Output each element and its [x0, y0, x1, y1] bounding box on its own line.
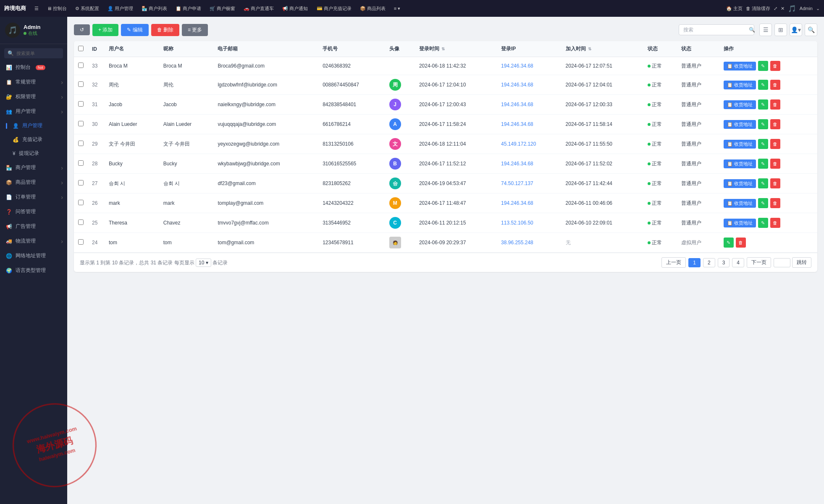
sidebar-item-logistics[interactable]: 🚚 物流管理 — [0, 234, 67, 248]
row-checkbox[interactable] — [78, 160, 84, 166]
sidebar-item-users[interactable]: 👤 用户管理 — [0, 119, 67, 133]
ip-link[interactable]: 194.246.34.68 — [501, 161, 533, 167]
delete-row-button[interactable]: 🗑 — [770, 99, 780, 110]
column-settings-button[interactable]: 👤▾ — [790, 24, 802, 36]
nav-merchant-notice[interactable]: 📢 商户通知 — [279, 0, 311, 17]
ip-link[interactable]: 194.246.34.68 — [501, 63, 533, 69]
sidebar-item-user-mgmt[interactable]: 👥 用户管理 — [0, 104, 67, 119]
nav-dashboard[interactable]: 🖥 控制台 — [44, 0, 70, 17]
header-checkbox[interactable] — [74, 41, 88, 57]
addr-button[interactable]: 📋 收货地址 — [724, 100, 756, 109]
row-login-ip[interactable]: 113.52.106.50 — [497, 213, 562, 233]
header-join-time[interactable]: 加入时间 ⇅ — [562, 41, 643, 57]
ip-link[interactable]: 194.246.34.68 — [501, 121, 533, 127]
row-checkbox-cell[interactable] — [74, 193, 88, 213]
row-checkbox-cell[interactable] — [74, 233, 88, 253]
row-checkbox-cell[interactable] — [74, 95, 88, 115]
nav-merchant-shop[interactable]: 🛒 商户橱窗 — [206, 0, 239, 17]
edit-row-button[interactable]: ✎ — [758, 139, 768, 149]
row-checkbox[interactable] — [78, 180, 84, 185]
sidebar-item-recharge[interactable]: 💰 充值记录 — [0, 133, 67, 146]
more-button[interactable]: ≡ 更多 — [182, 24, 208, 36]
delete-row-button[interactable]: 🗑 — [736, 238, 746, 248]
row-login-ip[interactable]: 194.246.34.68 — [497, 115, 562, 134]
delete-row-button[interactable]: 🗑 — [770, 119, 780, 129]
nav-system-config[interactable]: ⚙ 系统配置 — [72, 0, 102, 17]
addr-button[interactable]: 📋 收货地址 — [724, 179, 756, 188]
edit-row-button[interactable]: ✎ — [758, 80, 768, 90]
edit-button[interactable]: ✎ 编辑 — [121, 24, 148, 36]
nav-more-dropdown[interactable]: ≡ ▾ — [391, 0, 404, 17]
filter-button[interactable]: 🔍 — [805, 24, 817, 36]
sidebar-item-merchant[interactable]: 🏪 商户管理 — [0, 160, 67, 175]
edit-row-button[interactable]: ✎ — [758, 61, 768, 71]
delete-row-button[interactable]: 🗑 — [770, 61, 780, 71]
row-checkbox[interactable] — [78, 200, 84, 205]
ip-link[interactable]: 194.246.34.68 — [501, 200, 533, 206]
nav-merchant-express[interactable]: 🚗 商户直通车 — [240, 0, 277, 17]
sort-join-time[interactable]: ⇅ — [588, 47, 591, 51]
addr-button[interactable]: 📋 收货地址 — [724, 62, 756, 71]
addr-button[interactable]: 📋 收货地址 — [724, 219, 756, 227]
delete-row-button[interactable]: 🗑 — [770, 139, 780, 149]
delete-row-button[interactable]: 🗑 — [770, 198, 780, 208]
edit-row-button[interactable]: ✎ — [758, 198, 768, 208]
page-2-button[interactable]: 2 — [703, 258, 715, 267]
row-login-ip[interactable]: 194.246.34.68 — [497, 95, 562, 115]
select-all-checkbox[interactable] — [78, 46, 84, 51]
sidebar-item-withdraw[interactable]: ¥ 提现记录 — [0, 146, 67, 160]
view-list-button[interactable]: ☰ — [759, 24, 772, 36]
edit-row-button[interactable]: ✎ — [758, 99, 768, 110]
header-login-time[interactable]: 登录时间 ⇅ — [415, 41, 497, 57]
row-login-ip[interactable]: 38.96.255.248 — [497, 233, 562, 253]
ip-link[interactable]: 194.246.34.68 — [501, 82, 533, 88]
delete-row-button[interactable]: 🗑 — [770, 178, 780, 188]
nav-hamburger[interactable]: ☰ — [31, 0, 42, 17]
search-box[interactable]: 🔍 — [679, 24, 754, 35]
nav-close[interactable]: ✕ — [781, 6, 785, 11]
nav-product-list[interactable]: 📦 商品列表 — [357, 0, 389, 17]
ip-link[interactable]: 194.246.34.68 — [501, 102, 533, 107]
row-login-ip[interactable]: 74.50.127.137 — [497, 174, 562, 193]
row-checkbox[interactable] — [78, 81, 84, 87]
delete-button[interactable]: 🗑 删除 — [151, 24, 179, 36]
sidebar-item-language[interactable]: 🌍 语言类型管理 — [0, 263, 67, 278]
addr-button[interactable]: 📋 收货地址 — [724, 140, 756, 149]
row-login-ip[interactable]: 194.246.34.68 — [497, 57, 562, 75]
row-checkbox-cell[interactable] — [74, 213, 88, 233]
ip-link[interactable]: 74.50.127.137 — [501, 180, 533, 186]
edit-row-button[interactable]: ✎ — [758, 218, 768, 228]
sidebar-search[interactable]: 🔍 — [4, 48, 63, 58]
sidebar-item-ad[interactable]: 📢 广告管理 — [0, 219, 67, 234]
ip-link[interactable]: 113.52.106.50 — [501, 220, 533, 226]
jump-button[interactable]: 跳转 — [792, 257, 811, 268]
row-checkbox-cell[interactable] — [74, 174, 88, 193]
nav-home[interactable]: 🏠 主页 — [726, 5, 743, 12]
nav-merchant-recharge[interactable]: 💳 商户充值记录 — [313, 0, 355, 17]
nav-user-mgmt[interactable]: 👤 用户管理 — [104, 0, 136, 17]
nav-fullscreen[interactable]: ⤢ — [774, 6, 777, 11]
delete-row-button[interactable]: 🗑 — [770, 159, 780, 169]
sidebar-item-network[interactable]: 🌐 网络地址管理 — [0, 248, 67, 263]
row-checkbox[interactable] — [78, 121, 84, 126]
row-checkbox[interactable] — [78, 219, 84, 225]
nav-merchant-apply[interactable]: 📋 商户申请 — [172, 0, 205, 17]
sidebar-item-product[interactable]: 📦 商品管理 — [0, 175, 67, 190]
row-checkbox-cell[interactable] — [74, 154, 88, 174]
per-page-select[interactable]: 10 ▾ — [196, 259, 211, 267]
next-page-button[interactable]: 下一页 — [747, 257, 771, 268]
row-checkbox[interactable] — [78, 141, 84, 146]
view-grid-button[interactable]: ⊞ — [774, 24, 787, 36]
nav-user-dropdown[interactable]: ⌄ — [816, 6, 820, 11]
row-checkbox-cell[interactable] — [74, 75, 88, 95]
row-login-ip[interactable]: 194.246.34.68 — [497, 154, 562, 174]
addr-button[interactable]: 📋 收货地址 — [724, 120, 756, 129]
sidebar-item-general[interactable]: 📋 常规管理 — [0, 75, 67, 89]
sidebar-item-qa[interactable]: ❓ 问答管理 — [0, 204, 67, 219]
search-input[interactable] — [16, 51, 60, 56]
nav-clear-cache[interactable]: 🗑 清除缓存 — [746, 5, 770, 12]
nav-merchant-list[interactable]: 🏪 商户列表 — [138, 0, 171, 17]
row-checkbox[interactable] — [78, 239, 84, 245]
ip-link[interactable]: 38.96.255.248 — [501, 240, 533, 245]
sidebar-item-order[interactable]: 📄 订单管理 — [0, 190, 67, 204]
